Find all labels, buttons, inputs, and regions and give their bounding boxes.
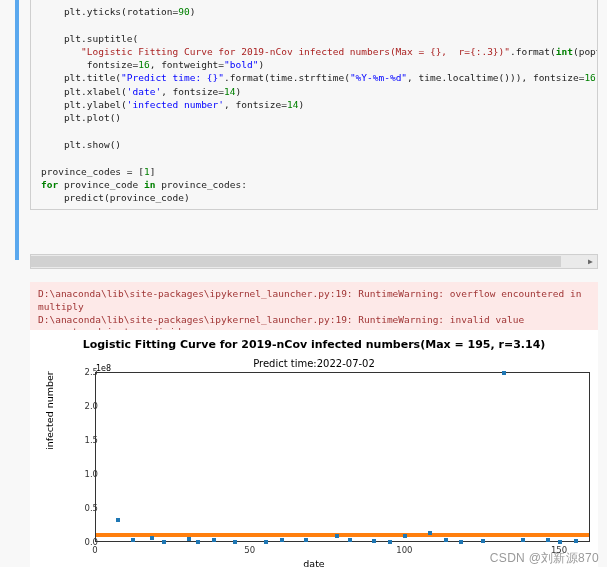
data-point [459, 540, 463, 544]
ytick: 0.5 [68, 503, 98, 513]
xtick: 100 [389, 545, 419, 555]
data-point [233, 540, 237, 544]
data-point [521, 538, 525, 542]
code-text: plt.yticks(rotation=90) plt.suptitle( "L… [41, 6, 598, 203]
data-point [212, 538, 216, 542]
data-point [558, 540, 562, 544]
ytick: 1.0 [68, 469, 98, 479]
watermark-text: CSDN @刘新源870 [490, 550, 599, 567]
data-point [304, 538, 308, 542]
fit-line [96, 533, 589, 537]
ylabel: infected number [44, 371, 55, 450]
data-point [131, 538, 135, 542]
data-point [116, 518, 120, 522]
data-point [444, 538, 448, 542]
scroll-right-icon[interactable]: ▶ [584, 255, 597, 268]
code-cell[interactable]: plt.yticks(rotation=90) plt.suptitle( "L… [30, 0, 598, 210]
plot-axes [95, 372, 590, 542]
notebook-cell-bar [15, 0, 19, 260]
ytick: 1.5 [68, 435, 98, 445]
data-point [502, 371, 506, 375]
data-point [403, 534, 407, 538]
data-point [574, 539, 578, 543]
data-point [187, 537, 191, 541]
horizontal-scrollbar[interactable]: ▶ [30, 254, 598, 269]
data-point [150, 536, 154, 540]
data-point [264, 540, 268, 544]
data-point [196, 540, 200, 544]
data-point [546, 538, 550, 542]
data-point [335, 534, 339, 538]
data-point [428, 531, 432, 535]
ytick: 2.0 [68, 401, 98, 411]
matplotlib-chart: Logistic Fitting Curve for 2019-nCov inf… [30, 330, 598, 567]
data-point [388, 540, 392, 544]
data-point [162, 540, 166, 544]
data-point [372, 539, 376, 543]
chart-suptitle: Logistic Fitting Curve for 2019-nCov inf… [30, 338, 598, 351]
ytick: 2.5 [68, 367, 98, 377]
chart-title: Predict time:2022-07-02 [30, 358, 598, 369]
xtick: 50 [235, 545, 265, 555]
data-point [348, 538, 352, 542]
data-point [481, 539, 485, 543]
xtick: 0 [80, 545, 110, 555]
data-point [280, 538, 284, 542]
scrollbar-thumb[interactable] [31, 256, 561, 267]
